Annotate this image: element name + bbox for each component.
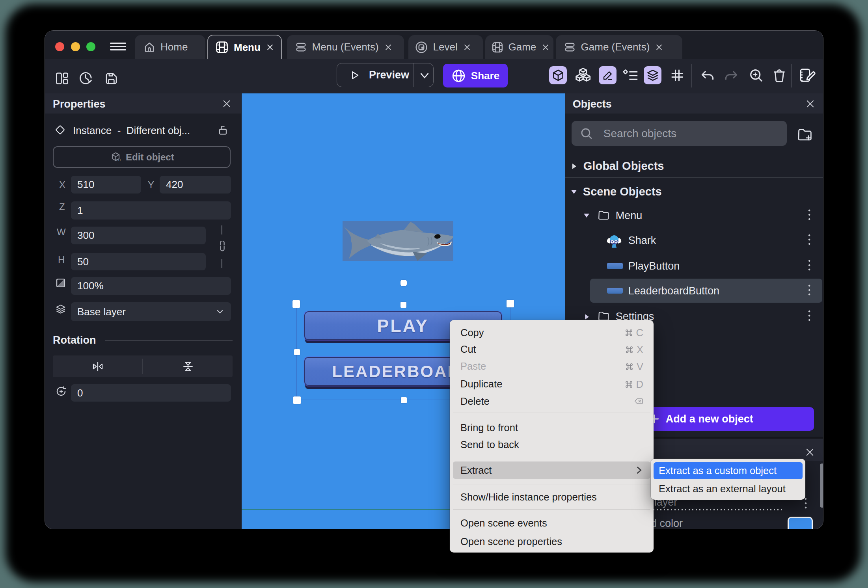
- svg-text:2D: 2D: [116, 158, 121, 162]
